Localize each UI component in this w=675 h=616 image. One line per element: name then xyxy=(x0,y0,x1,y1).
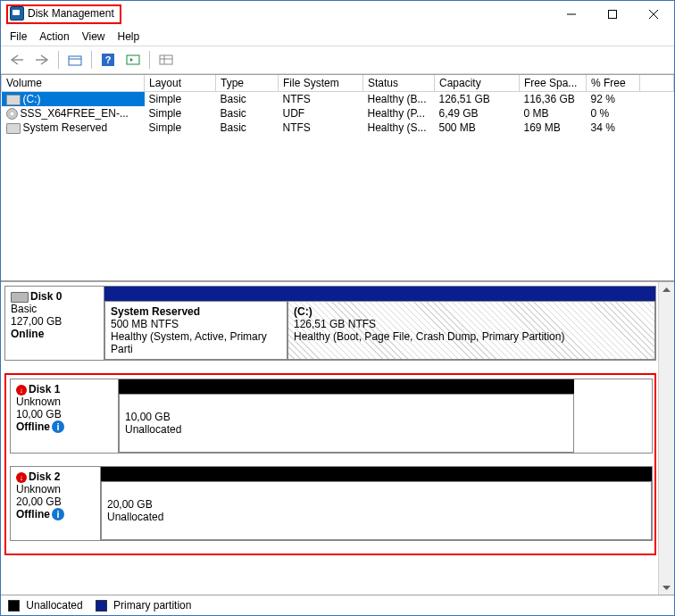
disk-row[interactable]: ↓Disk 1Unknown10,00 GBOfflinei 10,00 GBU… xyxy=(10,379,653,454)
volume-icon xyxy=(6,108,18,120)
partition[interactable]: (C:)126,51 GB NTFSHealthy (Boot, Page Fi… xyxy=(288,301,655,360)
info-icon[interactable]: i xyxy=(52,420,64,433)
properties-button[interactable] xyxy=(64,49,86,71)
svg-text:?: ? xyxy=(105,54,112,65)
list-view-icon xyxy=(159,54,173,66)
volume-icon xyxy=(6,123,21,134)
volume-icon xyxy=(6,95,21,105)
legend-primary-label: Primary partition xyxy=(113,599,191,612)
minimize-button[interactable] xyxy=(551,1,592,28)
volume-header-row[interactable]: Volume Layout Type File System Status Ca… xyxy=(2,75,674,92)
col-fs[interactable]: File System xyxy=(279,75,363,92)
partition[interactable]: 20,00 GBUnallocated xyxy=(101,481,652,540)
info-icon[interactable]: i xyxy=(52,508,64,520)
disk-management-window: Disk Management File Action View Help xyxy=(0,0,675,616)
volume-row[interactable]: (C:)SimpleBasicNTFSHealthy (B...126,51 G… xyxy=(2,92,674,107)
menu-action[interactable]: Action xyxy=(39,30,69,43)
menu-help[interactable]: Help xyxy=(118,30,140,43)
content-area: Volume Layout Type File System Status Ca… xyxy=(1,74,674,615)
partition[interactable]: 10,00 GBUnallocated xyxy=(119,394,574,453)
disk-row[interactable]: Disk 0Basic127,00 GBOnlineSystem Reserve… xyxy=(4,286,656,361)
svg-rect-1 xyxy=(609,11,617,19)
close-icon xyxy=(649,10,658,19)
help-button[interactable]: ? xyxy=(97,49,119,71)
legend-unallocated-swatch xyxy=(8,600,20,612)
refresh-button[interactable] xyxy=(122,49,144,71)
svg-rect-6 xyxy=(69,56,81,65)
scroll-up-button[interactable] xyxy=(660,282,673,297)
col-spacer xyxy=(640,75,674,92)
col-volume[interactable]: Volume xyxy=(2,75,145,92)
col-type[interactable]: Type xyxy=(216,75,279,92)
disk-error-icon: ↓ xyxy=(16,472,27,483)
partition[interactable]: System Reserved500 MB NTFSHealthy (Syste… xyxy=(104,301,288,360)
list-view-button[interactable] xyxy=(155,49,177,71)
chevron-up-icon xyxy=(662,287,671,293)
menu-view[interactable]: View xyxy=(82,30,105,43)
col-layout[interactable]: Layout xyxy=(145,75,216,92)
svg-rect-11 xyxy=(160,55,172,64)
disk-header: ↓Disk 2Unknown20,00 GBOfflinei xyxy=(11,467,101,540)
col-status[interactable]: Status xyxy=(363,75,435,92)
partition-bar-segment xyxy=(101,467,652,481)
minimize-icon xyxy=(567,10,576,19)
legend-unallocated-label: Unallocated xyxy=(26,599,82,612)
legend-unallocated: Unallocated xyxy=(8,599,83,612)
partition-bar-segment xyxy=(288,287,655,301)
vertical-scrollbar[interactable] xyxy=(658,282,674,595)
refresh-icon xyxy=(126,54,140,66)
disk-row[interactable]: ↓Disk 2Unknown20,00 GBOfflinei 20,00 GBU… xyxy=(10,466,653,541)
help-icon: ? xyxy=(102,54,114,66)
col-free[interactable]: Free Spa... xyxy=(520,75,587,92)
back-button[interactable] xyxy=(6,49,28,71)
legend: Unallocated Primary partition xyxy=(1,595,674,615)
disk-basic-icon xyxy=(11,292,29,303)
menu-file[interactable]: File xyxy=(10,30,27,43)
legend-primary: Primary partition xyxy=(96,599,192,612)
partition-bar-segment xyxy=(104,287,288,301)
forward-arrow-icon xyxy=(35,54,49,65)
window-title: Disk Management xyxy=(28,7,114,20)
volume-list[interactable]: Volume Layout Type File System Status Ca… xyxy=(1,75,674,282)
titlebar: Disk Management xyxy=(1,1,674,28)
maximize-icon xyxy=(608,10,617,19)
back-arrow-icon xyxy=(10,54,24,65)
volume-row[interactable]: SSS_X64FREE_EN-...SimpleBasicUDFHealthy … xyxy=(2,106,674,121)
col-pct[interactable]: % Free xyxy=(587,75,640,92)
disk-header: Disk 0Basic127,00 GBOnline xyxy=(5,287,104,360)
scroll-down-button[interactable] xyxy=(660,579,673,595)
legend-primary-swatch xyxy=(96,600,107,612)
menubar: File Action View Help xyxy=(1,28,674,46)
app-icon xyxy=(10,6,24,21)
close-button[interactable] xyxy=(633,1,674,28)
partition-bar-segment xyxy=(119,379,574,394)
titlebar-title-callout: Disk Management xyxy=(6,4,121,24)
maximize-button[interactable] xyxy=(592,1,633,28)
disk-list[interactable]: Disk 0Basic127,00 GBOnlineSystem Reserve… xyxy=(1,282,658,595)
disk-map: Disk 0Basic127,00 GBOnlineSystem Reserve… xyxy=(1,282,674,595)
col-capacity[interactable]: Capacity xyxy=(435,75,520,92)
toolbar: ? xyxy=(1,46,674,74)
properties-icon xyxy=(68,54,82,66)
forward-button[interactable] xyxy=(31,49,53,71)
chevron-down-icon xyxy=(662,585,671,590)
disk-error-icon: ↓ xyxy=(16,385,27,395)
volume-row[interactable]: System ReservedSimpleBasicNTFSHealthy (S… xyxy=(2,121,674,135)
disk-header: ↓Disk 1Unknown10,00 GBOfflinei xyxy=(11,379,119,453)
annotation-callout: ↓Disk 1Unknown10,00 GBOfflinei 10,00 GBU… xyxy=(4,373,656,555)
